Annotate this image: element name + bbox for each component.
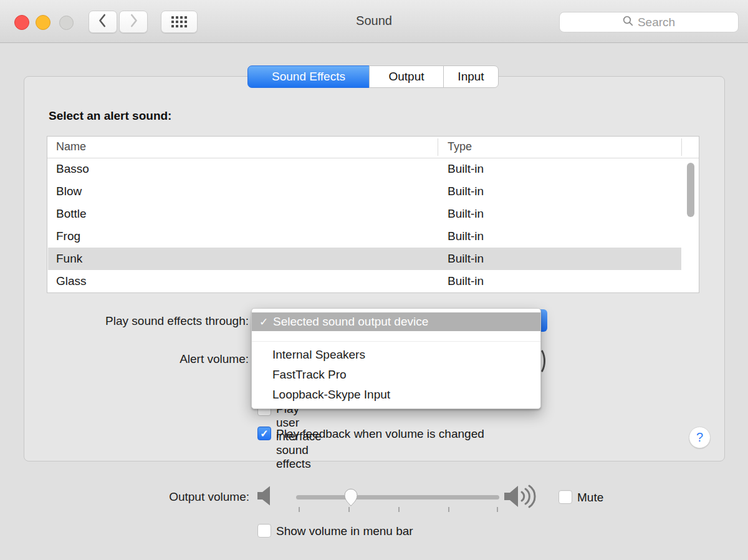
- cell-name: Bottle: [56, 207, 87, 221]
- slider-tick: [299, 507, 300, 512]
- checkmark-icon: ✓: [259, 316, 273, 329]
- slider-tick: [348, 507, 350, 512]
- mute-checkbox[interactable]: [559, 490, 572, 504]
- search-placeholder: Search: [638, 16, 675, 29]
- menu-item-selected[interactable]: ✓ Selected sound output device: [252, 312, 540, 331]
- table-header: Name Type: [47, 137, 699, 158]
- feedback-checkbox[interactable]: ✓: [257, 427, 271, 440]
- output-volume-slider-track[interactable]: [296, 495, 499, 500]
- table-row-selected[interactable]: Funk Built-in: [48, 248, 681, 270]
- column-header-type[interactable]: Type: [448, 140, 472, 153]
- chevron-right-icon: [128, 12, 139, 31]
- cell-name: Blow: [56, 185, 82, 198]
- close-window-button[interactable]: [14, 15, 29, 30]
- search-icon: [623, 16, 633, 29]
- title-bar: Sound Search: [0, 0, 748, 43]
- slider-tick: [398, 507, 400, 512]
- forward-button[interactable]: [119, 11, 148, 33]
- output-volume-label: Output volume:: [55, 490, 249, 504]
- menu-item-label: Selected sound output device: [273, 315, 428, 329]
- menu-item-label: Internal Speakers: [272, 348, 365, 362]
- table-row[interactable]: Glass Built-in: [48, 270, 681, 292]
- minimize-window-button[interactable]: [36, 15, 50, 30]
- alert-sound-table: Name Type Basso Built-in Blow Built-in B…: [47, 136, 699, 293]
- table-row[interactable]: Frog Built-in: [48, 225, 681, 248]
- column-divider: [438, 138, 438, 156]
- back-button[interactable]: [89, 11, 117, 33]
- speaker-quiet-icon: [257, 485, 273, 509]
- sound-preferences-window: Sound Search Sound Effects Output Input …: [0, 0, 748, 560]
- search-field[interactable]: Search: [559, 12, 739, 32]
- table-scrollbar-thumb[interactable]: [687, 163, 694, 217]
- menu-item-label: FastTrack Pro: [272, 368, 347, 382]
- speaker-loud-icon: [504, 483, 542, 513]
- cell-type: Built-in: [448, 229, 484, 243]
- show-volume-menubar-label: Show volume in menu bar: [276, 524, 413, 538]
- tab-input[interactable]: Input: [443, 65, 499, 88]
- grid-icon: [171, 16, 187, 27]
- cell-type: Built-in: [448, 207, 484, 221]
- help-button[interactable]: ?: [689, 427, 711, 448]
- cell-name: Basso: [56, 162, 89, 176]
- sound-effects-panel: Select an alert sound: Name Type Basso B…: [24, 76, 725, 461]
- cell-type: Built-in: [448, 185, 484, 198]
- question-mark-icon: ?: [696, 430, 703, 445]
- table-row[interactable]: Bottle Built-in: [48, 203, 681, 225]
- play-through-label: Play sound effects through:: [49, 314, 249, 329]
- tab-sound-effects[interactable]: Sound Effects: [247, 65, 370, 88]
- column-header-name[interactable]: Name: [56, 140, 86, 153]
- chevron-left-icon: [97, 12, 108, 31]
- ui-sounds-label: Play user interface sound effects: [276, 402, 322, 471]
- table-row[interactable]: Basso Built-in: [48, 158, 681, 180]
- sound-output-device-menu: ✓ Selected sound output device Internal …: [251, 308, 541, 409]
- menu-item-fasttrack-pro[interactable]: FastTrack Pro: [252, 365, 540, 385]
- tab-output[interactable]: Output: [369, 65, 444, 88]
- table-row[interactable]: Blow Built-in: [48, 180, 681, 203]
- slider-tick: [448, 507, 449, 512]
- slider-tick: [497, 507, 498, 512]
- mute-label: Mute: [577, 491, 603, 504]
- show-volume-menubar-checkbox[interactable]: [257, 524, 271, 538]
- menu-divider: [252, 341, 540, 342]
- tab-bar: Sound Effects Output Input: [247, 65, 499, 88]
- cell-type: Built-in: [448, 274, 484, 288]
- output-volume-slider-thumb[interactable]: [344, 488, 358, 506]
- cell-name: Glass: [56, 274, 87, 288]
- check-icon: ✓: [260, 428, 268, 439]
- menu-item-internal-speakers[interactable]: Internal Speakers: [252, 345, 540, 365]
- cell-name: Funk: [56, 252, 82, 266]
- cell-type: Built-in: [448, 162, 484, 176]
- alert-volume-label: Alert volume:: [49, 352, 249, 367]
- menu-item-label: Loopback-Skype Input: [272, 388, 390, 402]
- alert-sound-heading: Select an alert sound:: [49, 109, 171, 123]
- cell-name: Frog: [56, 229, 80, 243]
- column-divider: [681, 138, 682, 156]
- zoom-window-button: [59, 16, 74, 30]
- show-all-preferences-button[interactable]: [161, 11, 198, 33]
- menu-item-loopback-skype[interactable]: Loopback-Skype Input: [252, 385, 540, 405]
- cell-type: Built-in: [448, 252, 484, 266]
